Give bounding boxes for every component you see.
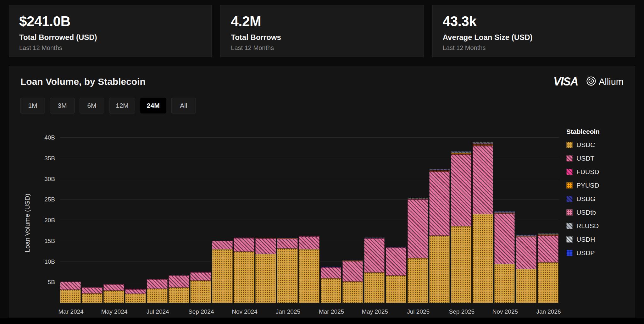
bar-segment-usdt[interactable] [538, 236, 558, 262]
bar-segment-usdc[interactable] [103, 291, 124, 303]
visa-logo: VISA [553, 75, 578, 88]
stats-row: $241.0B Total Borrowed (USD) Last 12 Mon… [0, 0, 644, 57]
legend-item-usdt[interactable]: USDT [566, 155, 624, 162]
legend-item-usdg[interactable]: USDG [566, 195, 624, 203]
bar-segment-usdt[interactable] [277, 239, 298, 248]
bar-dec-2025[interactable] [516, 235, 537, 303]
bar-segment-usdc[interactable] [190, 281, 211, 303]
bar-aug-2025[interactable] [429, 169, 450, 303]
bar-may-2024[interactable] [103, 284, 124, 303]
legend-item-rlusd[interactable]: RLUSD [566, 222, 624, 230]
y-axis-title-wrap: Loan Volume (USD) [20, 127, 34, 318]
loan-volume-chart-card: Loan Volume, by Stablecoin VISA Allium 1… [9, 66, 635, 317]
bar-segment-usdt[interactable] [516, 237, 537, 269]
range-button-24m[interactable]: 24M [140, 98, 166, 113]
legend-item-usdp[interactable]: USDP [566, 249, 624, 257]
bar-nov-2025[interactable] [494, 211, 515, 303]
range-button-6m[interactable]: 6M [80, 98, 104, 113]
chart-body: Loan Volume (USD) 5B10B15B20B25B30B35B40… [20, 127, 624, 318]
bar-segment-usdc[interactable] [234, 252, 254, 303]
bar-may-2025[interactable] [364, 238, 385, 303]
bar-apr-2024[interactable] [82, 287, 103, 303]
bar-segment-usdt[interactable] [299, 237, 319, 249]
bar-segment-usdt[interactable] [190, 272, 211, 281]
bar-segment-usdt[interactable] [234, 238, 254, 252]
bar-segment-usdc[interactable] [538, 262, 558, 303]
bar-segment-usdc[interactable] [451, 226, 472, 303]
bar-aug-2024[interactable] [169, 275, 189, 303]
bar-segment-usdc[interactable] [494, 264, 515, 303]
range-button-3m[interactable]: 3M [50, 98, 75, 113]
legend-item-pyusd[interactable]: PYUSD [566, 182, 624, 189]
bar-nov-2024[interactable] [234, 238, 254, 303]
bar-segment-usdt[interactable] [212, 241, 233, 249]
stat-subtitle: Last 12 Months [19, 44, 201, 52]
bar-feb-2025[interactable] [299, 236, 319, 303]
allium-logo-text: Allium [599, 77, 624, 87]
bar-segment-usdc[interactable] [60, 290, 81, 303]
bar-segment-usdt[interactable] [408, 200, 428, 258]
bar-segment-usdt[interactable] [169, 276, 189, 288]
bar-jul-2025[interactable] [408, 198, 428, 303]
bar-segment-usdt[interactable] [451, 155, 472, 226]
bar-segment-usdc[interactable] [125, 294, 146, 303]
legend-label: RLUSD [576, 222, 599, 230]
bar-segment-usdt[interactable] [82, 288, 103, 293]
bar-segment-usdc[interactable] [277, 249, 298, 303]
bar-segment-usdc[interactable] [342, 282, 363, 303]
bar-oct-2025[interactable] [473, 142, 493, 303]
bar-segment-usdt[interactable] [364, 239, 385, 272]
bar-jun-2025[interactable] [386, 247, 407, 303]
x-tick-label: Sep 2024 [188, 308, 214, 315]
bar-segment-usdc[interactable] [516, 269, 537, 303]
y-axis-title: Loan Volume (USD) [24, 194, 31, 252]
bar-segment-usdc[interactable] [321, 278, 341, 303]
bar-sep-2024[interactable] [190, 272, 211, 303]
bar-segment-usdc[interactable] [386, 276, 407, 303]
range-button-12m[interactable]: 12M [109, 98, 135, 113]
chart-title: Loan Volume, by Stablecoin [20, 76, 146, 87]
bar-segment-usdc[interactable] [364, 272, 385, 303]
legend-item-fdusd[interactable]: FDUSD [566, 168, 624, 176]
bar-jul-2024[interactable] [147, 279, 168, 303]
range-button-all[interactable]: All [171, 98, 196, 113]
range-button-1m[interactable]: 1M [20, 98, 45, 113]
legend-item-usdh[interactable]: USDH [566, 236, 624, 243]
legend-title: Stablecoin [566, 128, 624, 135]
bar-segment-usdt[interactable] [473, 146, 493, 214]
y-tick-label: 25B [36, 196, 55, 203]
bar-segment-usdt[interactable] [494, 214, 515, 264]
bar-jun-2024[interactable] [125, 289, 146, 303]
legend-swatch-fdusd [566, 169, 573, 175]
bar-segment-usdc[interactable] [408, 258, 428, 303]
legend-item-usdtb[interactable]: USDtb [566, 209, 624, 216]
bar-segment-usdt[interactable] [255, 239, 276, 254]
bar-segment-usdt[interactable] [103, 284, 124, 291]
x-tick-label: Nov 2025 [492, 308, 518, 315]
bar-segment-usdt[interactable] [342, 261, 363, 281]
bar-mar-2024[interactable] [60, 282, 81, 303]
bar-segment-usdt[interactable] [125, 289, 146, 294]
bar-segment-usdt[interactable] [321, 267, 341, 278]
bar-oct-2024[interactable] [212, 241, 233, 303]
bar-segment-usdc[interactable] [299, 249, 319, 303]
bar-segment-usdc[interactable] [212, 249, 233, 303]
bar-segment-usdc[interactable] [473, 214, 493, 303]
bar-segment-usdt[interactable] [60, 282, 81, 290]
bar-segment-usdc[interactable] [255, 254, 276, 303]
bar-mar-2025[interactable] [321, 266, 341, 303]
bar-segment-usdc[interactable] [169, 288, 189, 303]
bar-segment-usdc[interactable] [82, 294, 103, 303]
legend-item-usdc[interactable]: USDC [566, 141, 624, 149]
bar-apr-2025[interactable] [342, 261, 363, 303]
bar-jan-2026[interactable] [538, 233, 558, 303]
bar-jan-2025[interactable] [277, 238, 298, 303]
bar-dec-2024[interactable] [255, 238, 276, 303]
bar-segment-usdt[interactable] [386, 248, 407, 276]
x-tick-label: Nov 2024 [232, 308, 257, 315]
bar-sep-2025[interactable] [451, 151, 472, 303]
bar-segment-usdt[interactable] [429, 172, 450, 236]
bar-segment-usdc[interactable] [429, 236, 450, 303]
bar-segment-usdc[interactable] [147, 289, 168, 303]
bar-segment-usdt[interactable] [147, 279, 168, 289]
